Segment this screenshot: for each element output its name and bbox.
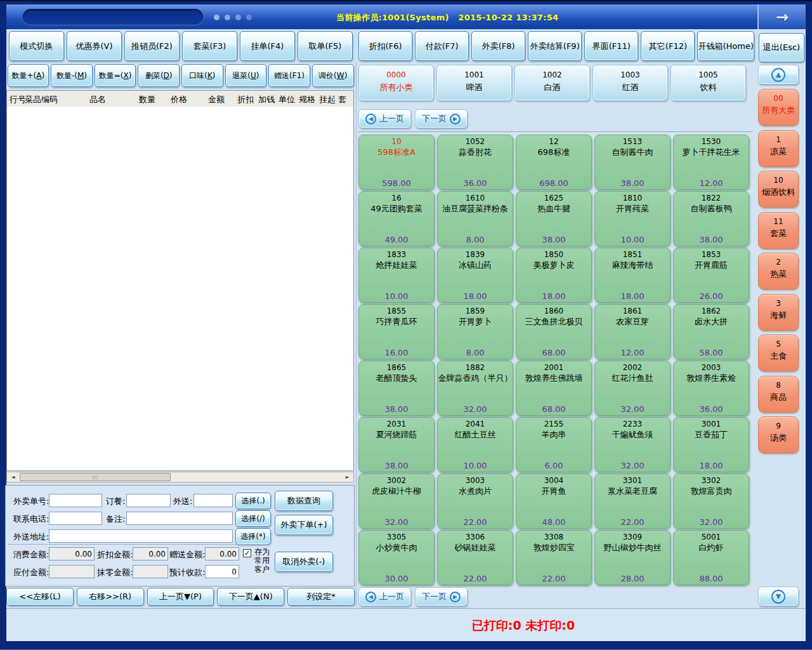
menu-item-tile[interactable]: 2031夏河烧蹄筋38.00 <box>358 417 435 472</box>
menu-item-tile[interactable]: 1530萝卜干拌花生米12.00 <box>673 135 749 190</box>
menu-item-tile[interactable]: 2003敦煌养生素烩36.00 <box>673 361 749 416</box>
order-nav-button[interactable]: 列设定* <box>287 588 355 606</box>
menu-item-tile[interactable]: 1850美极萝卜皮18.00 <box>516 248 592 303</box>
menu-item-tile[interactable]: 3001豆香茄丁18.00 <box>673 417 749 472</box>
save-customer-checkbox[interactable]: ✓ <box>243 549 251 557</box>
toolbar-button[interactable]: 外卖(F8) <box>471 31 525 61</box>
order-nav-button[interactable]: 上一页▼(P) <box>147 588 214 606</box>
category-scroll-up-button[interactable]: ▲ <box>758 65 799 84</box>
menu-item-tile[interactable]: 1052蒜香肘花36.00 <box>437 135 513 190</box>
menu-item-tile[interactable]: 1810开胃莼菜10.00 <box>594 191 671 246</box>
action-button[interactable]: 数量=(X) <box>95 64 136 87</box>
scrollbar-left-arrow[interactable]: ◄ <box>8 473 18 481</box>
order-list-hscrollbar[interactable]: ◄ ||| ► <box>6 472 354 482</box>
menu-item-tile[interactable]: 1860三文鱼拼北极贝68.00 <box>516 304 592 359</box>
category-button[interactable]: 2热菜 <box>758 253 799 289</box>
select-star-button[interactable]: 选择(*) <box>235 528 271 545</box>
menu-item-tile[interactable]: 2002红花汁鱼肚32.00 <box>594 361 671 416</box>
toolbar-button[interactable]: 折扣(F6) <box>358 31 412 61</box>
delivery-input[interactable] <box>193 494 233 507</box>
action-button[interactable]: 赠送(F1) <box>268 64 310 87</box>
booking-input[interactable] <box>126 494 171 507</box>
next-page-button[interactable]: 下一页 ▶ <box>415 109 468 128</box>
subcategory-tab[interactable]: 1005饮料 <box>671 65 746 101</box>
scrollbar-right-arrow[interactable]: ► <box>343 473 352 481</box>
menu-item-tile[interactable]: 1839冰镇山药18.00 <box>437 248 513 303</box>
toolbar-button[interactable]: 界面(F11) <box>584 31 638 61</box>
menu-item-tile[interactable]: 3002虎皮椒汁牛柳32.00 <box>358 474 435 529</box>
action-button[interactable]: 退菜(U) <box>225 64 267 87</box>
note-input[interactable] <box>126 512 233 525</box>
menu-item-tile[interactable]: 2233干煸鱿鱼须32.00 <box>594 417 671 472</box>
order-list-area[interactable] <box>6 107 354 471</box>
toolbar-button[interactable]: 优惠券(V) <box>67 31 122 61</box>
next-page-button[interactable]: 下一页 ▶ <box>415 587 468 606</box>
exit-button[interactable]: 退出(Esc) <box>759 33 804 62</box>
menu-item-tile[interactable]: 12698标准698.00 <box>516 135 592 190</box>
menu-item-tile[interactable]: 3302敦煌富贵肉32.00 <box>673 474 749 529</box>
select-slash-button[interactable]: 选择(/) <box>235 510 271 527</box>
order-nav-button[interactable]: 右移>>(R) <box>77 588 144 606</box>
address-input[interactable] <box>49 529 233 543</box>
prev-page-button[interactable]: ◀ 上一页 <box>358 109 411 128</box>
toolbar-button[interactable]: 挂单(F4) <box>240 31 295 61</box>
action-button[interactable]: 口味(K) <box>181 64 223 87</box>
toolbar-button[interactable]: 开钱箱(Home) <box>697 31 754 61</box>
forward-button[interactable]: → <box>757 4 806 29</box>
expect-amount-input[interactable] <box>205 565 239 578</box>
action-button[interactable]: 删菜(D) <box>138 64 180 87</box>
toolbar-button[interactable]: 取单(F5) <box>298 31 353 61</box>
menu-item-tile[interactable]: 2155羊肉串6.00 <box>516 417 592 472</box>
select-dot-button[interactable]: 选择(.) <box>235 493 271 509</box>
toolbar-button[interactable]: 外卖结算(F9) <box>528 31 582 61</box>
category-button[interactable]: 00所有大类 <box>758 89 799 126</box>
menu-item-tile[interactable]: 3004开胃鱼48.00 <box>516 474 592 529</box>
menu-item-tile[interactable]: 3003水煮肉片22.00 <box>437 474 513 529</box>
category-scroll-down-button[interactable]: ▼ <box>758 587 799 606</box>
order-nav-button[interactable]: 下一页▲(N) <box>217 588 284 606</box>
action-button[interactable]: 数量+(A) <box>8 64 49 87</box>
takeout-cancel-button[interactable]: 取消外卖(-) <box>275 552 333 572</box>
prev-page-button[interactable]: ◀ 上一页 <box>358 587 411 606</box>
menu-item-tile[interactable]: 3301浆水菜老豆腐22.00 <box>594 474 671 529</box>
scrollbar-thumb[interactable]: ||| <box>20 473 171 481</box>
menu-item-tile[interactable]: 2041红醋土豆丝10.00 <box>437 417 513 472</box>
order-no-input[interactable] <box>49 494 102 507</box>
menu-item-tile[interactable]: 10598标准A598.00 <box>358 135 435 190</box>
subcategory-tab[interactable]: 0000所有小类 <box>358 65 434 101</box>
menu-item-tile[interactable]: 5001白灼虾88.00 <box>673 530 749 585</box>
menu-item-tile[interactable]: 1859开胃萝卜8.00 <box>437 304 513 359</box>
menu-item-tile[interactable]: 1649元团购套菜49.00 <box>358 191 435 246</box>
menu-item-tile[interactable]: 3309野山椒炒牛肉丝28.00 <box>594 530 671 585</box>
menu-item-tile[interactable]: 1862卤水大拼58.00 <box>673 304 749 359</box>
menu-item-tile[interactable]: 3308敦煌炒四宝22.00 <box>516 530 592 585</box>
menu-item-tile[interactable]: 1855巧拌青瓜环16.00 <box>358 304 435 359</box>
category-button[interactable]: 10烟酒饮料 <box>758 171 799 208</box>
category-button[interactable]: 5主食 <box>758 335 799 371</box>
category-button[interactable]: 1凉菜 <box>758 130 799 167</box>
toolbar-button[interactable]: 套菜(F3) <box>182 31 237 61</box>
data-query-button[interactable]: 数据查询 <box>275 491 333 511</box>
menu-item-tile[interactable]: 1851麻辣海带结18.00 <box>594 248 671 303</box>
menu-item-tile[interactable]: 1822自制酱板鸭38.00 <box>673 191 749 246</box>
category-button[interactable]: 9汤类 <box>758 416 799 453</box>
subcategory-tab[interactable]: 1001啤酒 <box>436 65 512 101</box>
menu-item-tile[interactable]: 1865老醋顶蛰头38.00 <box>358 361 435 416</box>
subcategory-tab[interactable]: 1003红酒 <box>593 65 668 101</box>
takeout-submit-button[interactable]: 外卖下单(+) <box>275 515 333 535</box>
menu-item-tile[interactable]: 1833炝拌娃娃菜10.00 <box>358 248 435 303</box>
menu-item-tile[interactable]: 1861农家豆芽12.00 <box>594 304 671 359</box>
category-button[interactable]: 3海鲜 <box>758 294 799 331</box>
menu-item-tile[interactable]: 3305小炒黄牛肉30.00 <box>358 530 435 585</box>
menu-item-tile[interactable]: 1882金牌蒜香鸡（半只）32.00 <box>437 361 513 416</box>
menu-item-tile[interactable]: 1513自制酱牛肉38.00 <box>594 135 671 190</box>
action-button[interactable]: 调价(W) <box>312 64 354 87</box>
category-button[interactable]: 11套菜 <box>758 212 799 249</box>
order-nav-button[interactable]: <<左移(L) <box>6 588 74 606</box>
menu-item-tile[interactable]: 1610油豆腐菠菜拌粉条8.00 <box>437 191 513 246</box>
menu-item-tile[interactable]: 2001敦煌养生佛跳墙68.00 <box>516 361 592 416</box>
menu-item-tile[interactable]: 1625热血牛腱38.00 <box>516 191 592 246</box>
phone-input[interactable] <box>49 512 102 525</box>
toolbar-button[interactable]: 模式切换 <box>9 31 64 61</box>
menu-item-tile[interactable]: 3306砂锅娃娃菜22.00 <box>437 530 513 585</box>
